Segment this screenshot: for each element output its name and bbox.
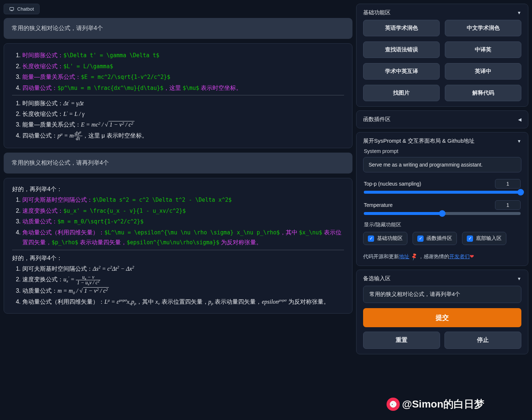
fn-btn-grammar[interactable]: 查找语法错误 xyxy=(363,41,440,58)
stop-button[interactable]: 停止 xyxy=(444,332,521,349)
tab-chatbot[interactable]: Chatbot xyxy=(4,4,40,14)
link-repo[interactable]: 地址 xyxy=(399,253,409,259)
submit-button[interactable]: 提交 xyxy=(363,308,521,327)
panel-input-header[interactable]: 备选输入区 ▼ xyxy=(363,275,521,282)
chevron-down-icon: ▼ xyxy=(517,276,521,281)
user-message: 常用的狭义相对论公式，请列举4个 xyxy=(4,18,352,39)
bot-message: 时间膨胀公式：$\Delta t' = \gamma \Delta t$ 长度收… xyxy=(4,43,352,148)
panel-input: 备选输入区 ▼ 提交 重置 停止 xyxy=(356,270,528,354)
reset-button[interactable]: 重置 xyxy=(363,332,440,349)
topp-slider[interactable] xyxy=(364,191,521,194)
chk-bottom-input[interactable]: ✓底部输入区 xyxy=(462,232,506,245)
panel-sysprompt-title: 展开SysPrompt & 交互界面布局 & Github地址 xyxy=(363,138,474,145)
heart-icon: ❤ xyxy=(470,253,474,259)
panel-basic: 基础功能区 ▼ 英语学术润色 中文学术润色 查找语法错误 中译英 学术中英互译 … xyxy=(356,4,528,107)
fn-btn-eng2chn[interactable]: 英译中 xyxy=(445,63,521,80)
chevron-down-icon: ▼ xyxy=(517,10,521,15)
check-icon: ✓ xyxy=(368,235,374,242)
user-message: 常用的狭义相对论公式，请再列举4个 xyxy=(4,153,352,174)
tab-label: Chatbot xyxy=(17,6,34,12)
bot-message: 好的，再列举4个： 闵可夫斯基时空间隔公式：$\Delta s^2 = c^2 … xyxy=(4,178,352,314)
link-devs[interactable]: 开发者们 xyxy=(449,253,470,259)
fn-btn-find-image[interactable]: 找图片 xyxy=(363,85,440,101)
svg-rect-0 xyxy=(10,7,14,10)
system-prompt-label: System prompt xyxy=(364,148,521,154)
chat-icon xyxy=(9,7,14,12)
fn-btn-bi-trans[interactable]: 学术中英互译 xyxy=(363,63,440,80)
credit-line: 代码开源和更新地址 📌 ，感谢热情的开发者们❤ xyxy=(363,252,521,260)
temperature-value[interactable]: 1 xyxy=(495,200,521,210)
chk-basic[interactable]: ✓基础功能区 xyxy=(363,232,407,245)
panel-input-title: 备选输入区 xyxy=(363,275,391,282)
topp-label: Top-p (nucleus sampling) xyxy=(364,181,421,187)
temperature-label: Temperature xyxy=(364,202,393,208)
topp-value[interactable]: 1 xyxy=(495,179,521,189)
panel-basic-header[interactable]: 基础功能区 ▼ xyxy=(363,9,521,16)
system-prompt-input[interactable]: Serve me as a writing and programming as… xyxy=(363,157,521,172)
panel-plugins: 函数插件区 ◀ xyxy=(356,110,528,128)
chat-area: 常用的狭义相对论公式，请列举4个 时间膨胀公式：$\Delta t' = \ga… xyxy=(4,18,352,416)
fn-btn-chn2eng[interactable]: 中译英 xyxy=(445,41,521,58)
chevron-left-icon: ◀ xyxy=(518,117,521,122)
fn-btn-chn-polish[interactable]: 中文学术润色 xyxy=(445,20,521,36)
fn-btn-explain-code[interactable]: 解释代码 xyxy=(445,85,521,101)
panel-sysprompt: 展开SysPrompt & 交互界面布局 & Github地址 ▼ System… xyxy=(356,132,528,266)
chevron-down-icon: ▼ xyxy=(517,139,521,144)
panel-plugins-header[interactable]: 函数插件区 ◀ xyxy=(363,116,521,123)
chk-plugins[interactable]: ✓函数插件区 xyxy=(413,232,457,245)
alt-input[interactable] xyxy=(363,286,521,303)
panel-plugins-title: 函数插件区 xyxy=(363,116,391,123)
panel-sysprompt-header[interactable]: 展开SysPrompt & 交互界面布局 & Github地址 ▼ xyxy=(363,138,521,145)
toggle-section-label: 显示/隐藏功能区 xyxy=(364,222,521,228)
temperature-slider[interactable] xyxy=(364,212,521,215)
pin-icon: 📌 xyxy=(409,251,418,262)
tab-row: Chatbot xyxy=(4,4,352,14)
panel-basic-title: 基础功能区 xyxy=(363,9,391,16)
check-icon: ✓ xyxy=(417,235,424,242)
fn-btn-eng-polish[interactable]: 英语学术润色 xyxy=(363,20,440,36)
check-icon: ✓ xyxy=(467,235,473,242)
